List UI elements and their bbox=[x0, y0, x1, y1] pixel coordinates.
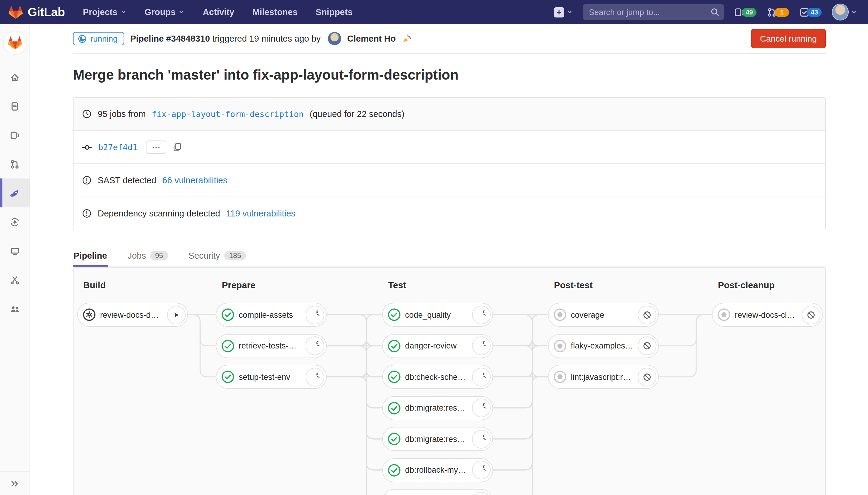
commit-info-row: b27ef4d1 bbox=[73, 130, 825, 164]
top-menu: Projects Groups Activity Milestones Snip… bbox=[83, 7, 353, 17]
copy-icon bbox=[172, 142, 182, 152]
tab-jobs[interactable]: Jobs95 bbox=[127, 245, 169, 267]
sidebar-item-members[interactable] bbox=[0, 294, 30, 323]
stage-prepare: Prepare compile-assets retrieve-tests-… … bbox=[216, 268, 327, 495]
cancel-job-button[interactable] bbox=[638, 305, 656, 324]
retry-job-button[interactable] bbox=[472, 368, 490, 386]
ban-icon bbox=[642, 310, 651, 319]
status-success-icon bbox=[221, 370, 235, 383]
job-card[interactable]: review-docs-cl… bbox=[712, 303, 823, 327]
merge-requests-counter[interactable]: 1 bbox=[767, 7, 789, 17]
job-card[interactable]: coverage bbox=[548, 303, 659, 327]
nav-groups[interactable]: Groups bbox=[145, 7, 185, 17]
author-name[interactable]: Clement Ho bbox=[347, 34, 396, 44]
main-content: running Pipeline #34848310 triggered 19 … bbox=[30, 24, 868, 495]
job-card[interactable]: retrieve-tests-… bbox=[216, 334, 327, 358]
sidebar-item-repository[interactable] bbox=[0, 92, 30, 121]
monitor-icon bbox=[10, 246, 20, 256]
nav-snippets[interactable]: Snippets bbox=[315, 7, 352, 17]
jobs-info-row: 95 jobs from fix-app-layout-form-descrip… bbox=[73, 98, 825, 130]
job-card[interactable]: db:rollback-my… bbox=[382, 458, 493, 482]
todos-counter[interactable]: 43 bbox=[799, 7, 821, 17]
tab-security[interactable]: Security185 bbox=[188, 245, 246, 267]
commit-sha-link[interactable]: b27ef4d1 bbox=[98, 142, 137, 152]
sidebar-collapse-toggle[interactable] bbox=[0, 472, 30, 495]
retry-job-button[interactable] bbox=[305, 305, 324, 324]
copy-commit-button[interactable] bbox=[172, 142, 182, 152]
scissors-icon bbox=[10, 275, 20, 285]
retry-icon bbox=[476, 434, 486, 443]
retry-job-button[interactable] bbox=[472, 430, 490, 448]
issues-count-badge: 49 bbox=[742, 7, 757, 17]
sidebar-item-pipelines[interactable] bbox=[0, 178, 30, 207]
nav-projects[interactable]: Projects bbox=[83, 7, 126, 17]
sidebar-item-environments[interactable] bbox=[0, 236, 30, 265]
cancel-job-button[interactable] bbox=[801, 305, 820, 324]
retry-job-button[interactable] bbox=[472, 492, 490, 495]
tab-pipeline[interactable]: Pipeline bbox=[73, 245, 108, 267]
mr-count-badge: 1 bbox=[775, 7, 789, 17]
job-card[interactable]: compile-assets bbox=[216, 303, 327, 327]
dependency-vulnerabilities-link[interactable]: 119 vulnerabilities bbox=[226, 209, 295, 218]
status-badge-running[interactable]: running bbox=[73, 32, 124, 45]
job-card[interactable]: db:migrate:res… bbox=[382, 396, 493, 420]
retry-icon bbox=[476, 310, 486, 319]
retry-job-button[interactable] bbox=[472, 461, 490, 479]
retry-job-button[interactable] bbox=[472, 305, 490, 324]
play-job-button[interactable] bbox=[167, 305, 185, 324]
ellipsis-icon bbox=[152, 146, 160, 149]
branch-link[interactable]: fix-app-layout-form-description bbox=[152, 109, 304, 119]
cancel-job-button[interactable] bbox=[638, 337, 656, 355]
pipeline-tabs: Pipeline Jobs95 Security185 bbox=[73, 245, 826, 267]
page-title: Merge branch 'master' into fix-app-layou… bbox=[73, 66, 826, 84]
sidebar-item-overview[interactable] bbox=[0, 63, 30, 92]
job-card[interactable]: db:check-sche… bbox=[382, 365, 493, 389]
job-card[interactable]: db:rollback… bbox=[382, 489, 493, 495]
collapse-chevrons-icon bbox=[10, 479, 19, 488]
job-card[interactable]: setup-test-env bbox=[216, 365, 327, 389]
job-card[interactable]: review-docs-d… bbox=[77, 303, 188, 327]
project-avatar[interactable] bbox=[3, 31, 26, 54]
user-menu[interactable] bbox=[832, 4, 857, 20]
nav-activity[interactable]: Activity bbox=[203, 7, 235, 17]
stage-title: Test bbox=[388, 280, 406, 290]
sast-info-row: SAST detected 66 vulnerabilities bbox=[73, 164, 825, 197]
job-card[interactable]: lint:javascript:r… bbox=[548, 365, 659, 389]
status-success-icon bbox=[221, 308, 235, 321]
sidebar-item-snippets[interactable] bbox=[0, 265, 30, 294]
job-card[interactable]: flaky-examples… bbox=[548, 334, 659, 358]
cancel-job-button[interactable] bbox=[638, 368, 656, 386]
search-input[interactable] bbox=[583, 4, 724, 20]
project-sidebar bbox=[0, 24, 30, 495]
job-card[interactable]: db:migrate:res… bbox=[382, 427, 493, 451]
cancel-running-button[interactable]: Cancel running bbox=[751, 29, 826, 48]
merge-request-icon bbox=[10, 159, 20, 169]
jobs-count-pill: 95 bbox=[151, 251, 168, 260]
stage-post-test: Post-test coverage flaky-examples… lint:… bbox=[548, 268, 659, 495]
sidebar-item-merge-requests[interactable] bbox=[0, 150, 30, 178]
retry-job-button[interactable] bbox=[305, 337, 324, 355]
stage-post-cleanup: Post-cleanup review-docs-cl… bbox=[712, 268, 823, 495]
job-card[interactable]: danger-review bbox=[382, 334, 493, 358]
retry-job-button[interactable] bbox=[472, 337, 490, 355]
issues-counter[interactable]: 49 bbox=[734, 7, 757, 17]
author-avatar[interactable] bbox=[328, 32, 341, 45]
sast-vulnerabilities-link[interactable]: 66 vulnerabilities bbox=[162, 175, 228, 185]
stage-title: Build bbox=[83, 280, 106, 290]
dependency-info-row: Dependency scanning detected 119 vulnera… bbox=[73, 197, 825, 230]
commit-expand-button[interactable] bbox=[146, 140, 167, 154]
retry-job-button[interactable] bbox=[305, 368, 324, 386]
brand-wordmark: GitLab bbox=[28, 5, 65, 19]
sidebar-item-issues[interactable] bbox=[0, 121, 30, 150]
gitlab-brand[interactable]: GitLab bbox=[8, 5, 65, 19]
nav-milestones[interactable]: Milestones bbox=[252, 7, 297, 17]
sidebar-item-ci-cd[interactable] bbox=[0, 207, 30, 236]
dependency-text: Dependency scanning detected bbox=[98, 209, 220, 218]
alert-circle-icon bbox=[82, 209, 92, 218]
status-created-icon bbox=[553, 370, 567, 383]
chevron-down-icon bbox=[567, 9, 573, 15]
job-card[interactable]: code_quality bbox=[382, 303, 493, 327]
retry-job-button[interactable] bbox=[472, 398, 490, 417]
status-success-icon bbox=[221, 339, 235, 353]
new-menu-button[interactable]: + bbox=[554, 7, 573, 17]
